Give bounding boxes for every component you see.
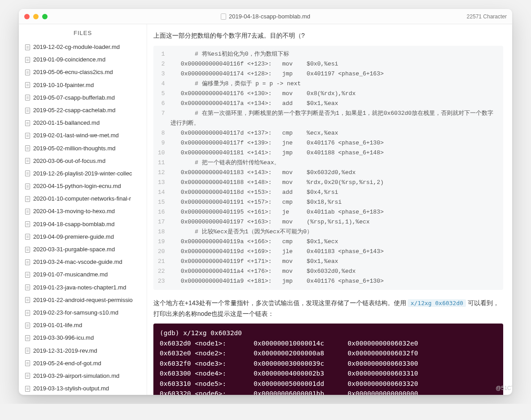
line-number: 5 — [158, 89, 165, 99]
file-item[interactable]: 2019-05-07-csapp-bufferlab.md — [19, 92, 147, 104]
file-item[interactable]: 2020-01-15-ballanced.md — [19, 117, 147, 129]
file-icon — [25, 184, 30, 189]
file-item-label: 2019-05-22-csapp-cachelab.md — [33, 106, 116, 114]
file-item[interactable]: 2020-04-15-python-login-ecnu.md — [19, 180, 147, 192]
code-line: 0x0000000000401176 <+130>: mov 0x8(%rdx)… — [170, 89, 498, 99]
file-icon — [25, 57, 30, 63]
terminal-output: (gdb) x/12xg 0x6032d0 0x6032d0 <node1>: … — [153, 324, 503, 395]
file-item-label: 2019-01-07-musicandme.md — [33, 271, 108, 279]
file-item[interactable]: 2019-02-23-for-samsung-s10.md — [19, 306, 147, 319]
file-item[interactable]: 2019-05-22-csapp-cachelab.md — [19, 104, 147, 117]
code-line: 0x000000000040119f <+171>: mov $0x1,%eax — [170, 257, 498, 267]
code-line: # 偏移量为8，类似于 p = p -> next — [170, 79, 498, 89]
sidebar-title: FILES — [19, 24, 147, 41]
file-item[interactable]: 2019-04-18-csapp-bomblab.md — [19, 218, 147, 231]
file-item[interactable]: 2019-03-30-996-icu.md — [19, 332, 147, 344]
file-item[interactable]: 2020-03-31-purgable-space.md — [19, 243, 147, 256]
file-item[interactable]: 2019-12-31-2019-rev.md — [19, 345, 147, 357]
code-line: 0x0000000000401197 <+163>: mov (%rsp,%rs… — [170, 217, 498, 227]
line-gutter: 1234567891011121314151617181920212223 — [153, 46, 170, 290]
file-item-label: 2020-01-10-computer-networks-final-r — [33, 195, 131, 203]
file-icon — [25, 272, 30, 278]
code-line: # 把一个链表的指针传给%eax。 — [170, 158, 498, 168]
file-item[interactable]: 2020-04-13-moving-to-hexo.md — [19, 205, 147, 218]
code-line: 0x0000000000401195 <+161>: je 0x4011ab <… — [170, 207, 498, 217]
file-icon — [25, 221, 30, 227]
file-item-label: 2019-10-10-fpainter.md — [33, 81, 94, 89]
file-item-label: 2019-12-02-cg-module-loader.md — [33, 43, 120, 51]
file-item[interactable]: 2019-04-09-premiere-guide.md — [19, 231, 147, 243]
file-item-label: 2019-04-18-csapp-bomblab.md — [33, 220, 114, 228]
file-item[interactable]: 2019-12-26-playlist-2019-winter-collec — [19, 167, 147, 180]
file-icon — [25, 133, 30, 139]
code-lines: # 将%esi初始化为0，作为数组下标 0x000000000040116f <… — [170, 46, 503, 290]
file-item[interactable]: 2020-03-06-out-of-focus.md — [19, 155, 147, 167]
line-number: 21 — [158, 257, 165, 267]
file-icon — [25, 259, 30, 265]
file-icon — [25, 209, 30, 214]
file-item[interactable]: 2019-03-29-airport-simulation.md — [19, 370, 147, 382]
line-number: 13 — [158, 178, 165, 188]
code-line: 0x0000000000401191 <+157>: cmp $0x18,%rs… — [170, 197, 498, 207]
file-item[interactable]: 2019-01-07-musicandme.md — [19, 268, 147, 281]
file-item-label: 2019-12-31-2019-rev.md — [33, 347, 97, 355]
line-number: 12 — [158, 168, 165, 178]
line-number: 19 — [158, 237, 165, 247]
line-number: 6 — [158, 99, 165, 109]
file-icon — [25, 234, 30, 240]
app-window: 2019-04-18-csapp-bomblab.md 22571 Charac… — [19, 9, 512, 395]
line-number: 14 — [158, 188, 165, 197]
file-item[interactable]: 2019-02-01-last-wind-we-met.md — [19, 129, 147, 142]
file-item-label: 2020-04-13-moving-to-hexo.md — [33, 207, 115, 215]
file-item-label: 2019-12-26-playlist-2019-winter-collec — [33, 170, 132, 178]
close-icon[interactable] — [24, 14, 30, 19]
file-item[interactable]: 2019-03-13-stylish-output.md — [19, 382, 147, 395]
code-line: # 在第一次循环里，判断栈里的第一个数字判断是否为1，如果是1，就把0x6032… — [170, 109, 498, 128]
file-item[interactable]: 2019-01-01-life.md — [19, 319, 147, 332]
code-line: 0x000000000040119d <+169>: jle 0x401183 … — [170, 247, 498, 257]
file-item[interactable]: 2019-03-24-mac-vscode-guide.md — [19, 256, 147, 268]
zoom-icon[interactable] — [42, 14, 48, 19]
char-count: 22571 Character — [467, 13, 507, 20]
code-line: 0x0000000000401183 <+143>: mov $0x6032d0… — [170, 168, 498, 178]
file-icon — [25, 373, 30, 379]
file-item[interactable]: 2019-05-24-end-of-got.md — [19, 357, 147, 370]
file-icon — [25, 323, 30, 328]
file-item[interactable]: 2019-12-02-cg-module-loader.md — [19, 41, 147, 53]
file-item-label: 2019-01-09-coincidence.md — [33, 56, 105, 64]
code-line: 0x000000000040117a <+134>: add $0x1,%eax — [170, 99, 498, 109]
file-item-label: 2019-03-29-airport-simulation.md — [33, 372, 119, 380]
file-list[interactable]: 2019-12-02-cg-module-loader.md2019-01-09… — [19, 41, 147, 395]
file-item-label: 2019-05-02-million-thoughts.md — [33, 144, 116, 153]
file-icon — [25, 120, 30, 126]
file-item-label: 2019-03-24-mac-vscode-guide.md — [33, 258, 122, 266]
line-number: 10 — [158, 148, 165, 158]
minimize-icon[interactable] — [33, 14, 39, 19]
file-icon — [25, 70, 30, 75]
file-icon — [25, 108, 30, 114]
file-item[interactable]: 2019-01-09-coincidence.md — [19, 53, 147, 66]
window-controls — [24, 14, 48, 19]
sidebar: FILES 2019-12-02-cg-module-loader.md2019… — [19, 24, 147, 395]
code-line: 0x0000000000401174 <+128>: jmp 0x401197 … — [170, 69, 498, 79]
code-line: # 将%esi初始化为0，作为数组下标 — [170, 49, 498, 59]
line-number: 17 — [158, 217, 165, 227]
file-item[interactable]: 2020-01-10-computer-networks-final-r — [19, 192, 147, 205]
file-item-label: 2019-02-23-for-samsung-s10.md — [33, 309, 118, 317]
main-content[interactable]: 上面这一部分把数组的每个数字用7去减。目的不明（? 12345678910111… — [147, 24, 512, 395]
line-number: 2 — [158, 59, 165, 69]
file-item-label: 2020-03-31-purgable-space.md — [33, 245, 115, 254]
file-item-label: 2019-05-07-csapp-bufferlab.md — [33, 94, 115, 102]
file-icon — [25, 297, 30, 303]
line-number: 1 — [158, 49, 165, 59]
file-item[interactable]: 2019-01-22-android-request-permissio — [19, 294, 147, 306]
title-text: 2019-04-18-csapp-bomblab.md — [229, 13, 310, 20]
titlebar: 2019-04-18-csapp-bomblab.md 22571 Charac… — [19, 9, 512, 24]
file-item-label: 2019-01-22-android-request-permissio — [33, 296, 133, 304]
code-block: 1234567891011121314151617181920212223 # … — [153, 46, 503, 290]
file-item[interactable]: 2019-01-23-java-notes-chapter1.md — [19, 281, 147, 294]
file-item[interactable]: 2019-05-02-million-thoughts.md — [19, 142, 147, 155]
file-item[interactable]: 2019-10-10-fpainter.md — [19, 79, 147, 92]
line-number: 4 — [158, 79, 165, 89]
file-item[interactable]: 2019-05-06-ecnu-class2ics.md — [19, 66, 147, 79]
